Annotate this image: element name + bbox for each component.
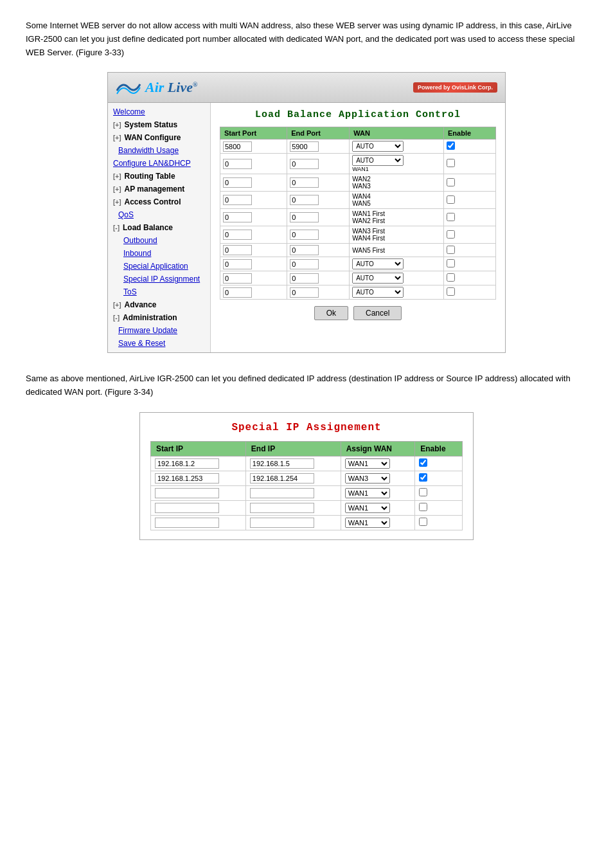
wan-select-9[interactable]: AUTO WAN1 <box>352 273 404 284</box>
table-row: WAN1 FirstWAN2 First <box>220 209 496 226</box>
end-port-10[interactable] <box>290 287 319 298</box>
end-port-2[interactable] <box>290 159 319 169</box>
col-enable: Enable <box>444 127 496 140</box>
airlive-logo-icon <box>116 78 141 97</box>
table-row: AUTO WAN1 <box>220 257 496 271</box>
ip-col-end: End IP <box>245 441 341 456</box>
ip-table-row: WAN1 WAN2WAN3WAN4WAN5 <box>151 456 463 471</box>
enable-check-2[interactable] <box>447 159 455 167</box>
end-port-3[interactable] <box>290 177 319 188</box>
sidebar-item-bandwidth-usage[interactable]: Bandwidth Usage <box>108 144 210 157</box>
end-ip-1[interactable] <box>250 458 314 469</box>
enable-check-3[interactable] <box>447 178 455 186</box>
start-port-2[interactable] <box>223 159 252 169</box>
col-wan: WAN <box>350 127 444 140</box>
start-port-4[interactable] <box>223 195 252 205</box>
start-ip-5[interactable] <box>155 518 219 528</box>
end-ip-5[interactable] <box>250 518 314 528</box>
ok-button[interactable]: Ok <box>314 306 348 320</box>
sidebar-item-outbound[interactable]: Outbound <box>108 234 210 247</box>
assign-wan-5[interactable]: WAN1 WAN2WAN3WAN4WAN5 <box>345 518 390 528</box>
ip-col-start: Start IP <box>151 441 246 456</box>
intro-paragraph: Some Internet WEB server do not allow ac… <box>26 19 587 59</box>
sidebar-item-firmware-update[interactable]: Firmware Update <box>108 324 210 337</box>
end-port-6[interactable] <box>290 230 319 240</box>
wan-select-2[interactable]: AUTO WAN1WAN2WAN3 WAN4WAN5 <box>352 155 404 166</box>
start-port-9[interactable] <box>223 273 252 284</box>
assign-wan-3[interactable]: WAN1 WAN2WAN3WAN4WAN5 <box>345 488 390 498</box>
ip-enable-1[interactable] <box>419 458 427 467</box>
wan-select-1[interactable]: AUTO WAN1WAN2WAN3 WAN4WAN5 <box>352 141 404 152</box>
sidebar-item-load-balance[interactable]: [-] Load Balance <box>108 221 210 234</box>
start-port-3[interactable] <box>223 177 252 188</box>
sidebar-item-save-reset[interactable]: Save & Reset <box>108 337 210 350</box>
ip-enable-2[interactable] <box>419 473 427 482</box>
start-port-5[interactable] <box>223 212 252 222</box>
ip-enable-5[interactable] <box>419 518 427 526</box>
end-ip-3[interactable] <box>250 488 314 498</box>
table-row: AUTO WAN1WAN2WAN3 WAN4WAN5 <box>220 140 496 154</box>
sidebar-item-access-control[interactable]: [+] Access Control <box>108 195 210 208</box>
router-body: Welcome [+] System Status [+] WAN Config… <box>108 103 505 352</box>
sidebar-item-advance[interactable]: [+] Advance <box>108 298 210 311</box>
end-port-8[interactable] <box>290 259 319 269</box>
ip-table-row: WAN1 WAN2WAN3WAN4WAN5 <box>151 500 463 515</box>
end-ip-4[interactable] <box>250 503 314 513</box>
sidebar-item-qos[interactable]: QoS <box>108 208 210 221</box>
airlive-logo: Air Live® <box>116 78 197 97</box>
ip-col-enable: Enable <box>415 441 463 456</box>
powered-text: Powered by OvisLink Corp. <box>418 84 493 91</box>
sidebar-item-special-application[interactable]: Special Application <box>108 260 210 273</box>
sidebar-item-ap-management[interactable]: [+] AP management <box>108 183 210 195</box>
button-row: Ok Cancel <box>220 306 496 320</box>
enable-check-10[interactable] <box>447 287 455 296</box>
table-row: WAN2WAN3 <box>220 174 496 192</box>
end-ip-2[interactable] <box>250 473 314 484</box>
router-ui-frame: Air Live® Powered by OvisLink Corp. Welc… <box>107 72 506 353</box>
sidebar: Welcome [+] System Status [+] WAN Config… <box>108 103 211 352</box>
start-ip-1[interactable] <box>155 458 219 469</box>
start-port-6[interactable] <box>223 230 252 240</box>
wan-select-8[interactable]: AUTO WAN1 <box>352 258 404 269</box>
ip-enable-3[interactable] <box>419 488 427 496</box>
powered-badge: Powered by OvisLink Corp. <box>413 82 497 93</box>
sidebar-item-tos[interactable]: ToS <box>108 285 210 298</box>
sidebar-item-administration[interactable]: [-] Administration <box>108 311 210 324</box>
start-port-1[interactable] <box>223 141 252 152</box>
sidebar-item-routing-table[interactable]: [+] Routing Table <box>108 170 210 183</box>
table-row: AUTO WAN1 <box>220 271 496 285</box>
wan-select-10[interactable]: AUTO WAN1 <box>352 287 404 298</box>
sidebar-item-inbound[interactable]: Inbound <box>108 247 210 260</box>
sidebar-item-welcome[interactable]: Welcome <box>108 105 210 118</box>
end-port-5[interactable] <box>290 212 319 222</box>
enable-check-8[interactable] <box>447 259 455 267</box>
start-port-7[interactable] <box>223 245 252 255</box>
sidebar-item-special-ip-assignment[interactable]: Special IP Assignment <box>108 273 210 285</box>
start-port-10[interactable] <box>223 287 252 298</box>
enable-check-9[interactable] <box>447 273 455 282</box>
end-port-4[interactable] <box>290 195 319 205</box>
enable-check-5[interactable] <box>447 213 455 221</box>
end-port-9[interactable] <box>290 273 319 284</box>
enable-check-1[interactable] <box>447 141 455 150</box>
second-paragraph: Same as above mentioned, AirLive IGR-250… <box>26 372 587 399</box>
start-port-8[interactable] <box>223 259 252 269</box>
start-ip-3[interactable] <box>155 488 219 498</box>
table-row: WAN4WAN5 <box>220 192 496 209</box>
start-ip-2[interactable] <box>155 473 219 484</box>
sidebar-item-configure-lan[interactable]: Configure LAN&DHCP <box>108 157 210 170</box>
cancel-button[interactable]: Cancel <box>353 306 402 320</box>
assign-wan-2[interactable]: WAN1 WAN2 WAN3 WAN4WAN5 <box>345 473 390 484</box>
assign-wan-1[interactable]: WAN1 WAN2WAN3WAN4WAN5 <box>345 458 390 469</box>
enable-check-4[interactable] <box>447 195 455 204</box>
end-port-7[interactable] <box>290 245 319 255</box>
enable-check-6[interactable] <box>447 230 455 239</box>
assign-wan-4[interactable]: WAN1 WAN2WAN3WAN4WAN5 <box>345 503 390 513</box>
ip-enable-4[interactable] <box>419 503 427 511</box>
end-port-1[interactable] <box>290 141 319 152</box>
start-ip-4[interactable] <box>155 503 219 513</box>
enable-check-7[interactable] <box>447 246 455 254</box>
table-row: WAN3 FirstWAN4 First <box>220 226 496 244</box>
sidebar-item-system-status[interactable]: [+] System Status <box>108 118 210 131</box>
sidebar-item-wan-configure[interactable]: [+] WAN Configure <box>108 131 210 144</box>
